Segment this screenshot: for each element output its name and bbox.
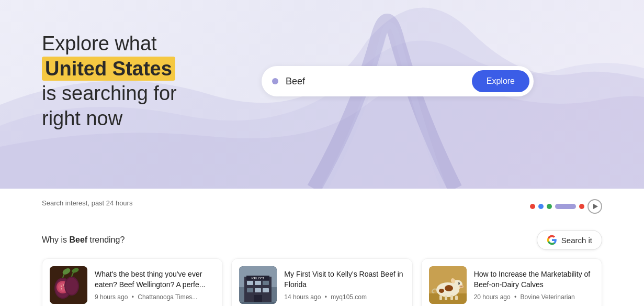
search-input[interactable]: [286, 76, 472, 87]
google-g-icon: [547, 235, 557, 245]
svg-rect-35: [455, 296, 458, 300]
search-it-label: Search it: [561, 236, 592, 245]
cow-illustration: [429, 266, 467, 304]
hero-content: Explore what United States is searching …: [0, 0, 644, 131]
dot-blue: [538, 204, 544, 209]
graph-row: [530, 199, 602, 214]
card-1-info: What's the best thing you've ever eaten?…: [95, 269, 215, 300]
headline-line3: right now: [42, 107, 122, 129]
headline-line2: is searching for: [42, 82, 177, 104]
svg-point-30: [445, 285, 453, 291]
card-2-title: My First Visit to Kelly's Roast Beef in …: [284, 269, 404, 290]
card-2-thumb: KELLY'S: [239, 266, 277, 304]
card-3-meta: 20 hours ago • Bovine Veterinarian: [474, 293, 594, 301]
fig-illustration: [50, 266, 87, 304]
card-3-source: Bovine Veterinarian: [521, 293, 575, 301]
search-container: Explore: [262, 66, 602, 96]
search-it-button[interactable]: Search it: [537, 230, 602, 250]
interest-label: Search interest, past 24 hours: [42, 199, 602, 207]
svg-rect-32: [439, 295, 442, 300]
svg-rect-25: [239, 302, 277, 304]
headline-highlight: United States: [42, 57, 175, 81]
card-3-info: How to Increase the Marketability of Bee…: [474, 269, 594, 300]
cards-row: What's the best thing you've ever eaten?…: [42, 258, 602, 306]
headline-text: Explore what United States is searching …: [42, 31, 220, 131]
card-1: What's the best thing you've ever eaten?…: [42, 258, 223, 306]
trending-header: Why is Beef trending? Search it: [42, 230, 602, 250]
dot-green: [547, 204, 552, 209]
dots-row: [530, 204, 584, 209]
svg-rect-20: [255, 288, 261, 292]
headline-line1: Explore what: [42, 32, 157, 54]
why-label: Why is: [42, 235, 69, 244]
svg-point-41: [461, 286, 462, 287]
trending-keyword: Beef: [69, 235, 87, 244]
svg-point-40: [460, 286, 461, 287]
dot-red: [530, 204, 535, 209]
trending-title: Why is Beef trending?: [42, 235, 125, 245]
svg-rect-16: [247, 281, 253, 285]
bottom-section: Search interest, past 24 hours Why is Be…: [0, 189, 644, 306]
play-icon: [593, 204, 598, 209]
card-3-time: 20 hours ago: [474, 293, 511, 301]
svg-rect-34: [450, 295, 453, 300]
svg-point-10: [65, 278, 78, 294]
svg-rect-18: [263, 281, 269, 285]
card-3-title: How to Increase the Marketability of Bee…: [474, 269, 594, 290]
search-dot-icon: [272, 78, 278, 84]
hero-section: Explore what United States is searching …: [0, 0, 644, 189]
card-2-dot: •: [325, 293, 327, 301]
svg-rect-19: [247, 288, 253, 292]
card-2: KELLY'S My First Visit to Kelly's Roast …: [231, 258, 412, 306]
card-1-source: Chattanooga Times...: [138, 293, 197, 301]
trending-suffix: trending?: [87, 235, 125, 244]
svg-point-31: [439, 289, 444, 293]
explore-button[interactable]: Explore: [472, 70, 529, 92]
card-3-dot: •: [514, 293, 516, 301]
card-2-info: My First Visit to Kelly's Roast Beef in …: [284, 269, 404, 300]
card-2-source: myq105.com: [331, 293, 367, 301]
card-3-thumb: [429, 266, 467, 304]
headline: Explore what United States is searching …: [42, 31, 220, 131]
card-1-thumb: [50, 266, 87, 304]
card-1-meta: 9 hours ago • Chattanooga Times...: [95, 293, 215, 301]
play-button[interactable]: [587, 199, 602, 214]
building-illustration: KELLY'S: [239, 266, 277, 304]
card-3: How to Increase the Marketability of Bee…: [421, 258, 602, 306]
card-1-title: What's the best thing you've ever eaten?…: [95, 269, 215, 290]
card-1-time: 9 hours ago: [95, 293, 128, 301]
dot-bar: [555, 204, 576, 209]
dot-red2: [579, 204, 584, 209]
svg-rect-17: [255, 281, 261, 285]
card-2-time: 14 hours ago: [284, 293, 321, 301]
search-box: Explore: [262, 66, 534, 96]
svg-rect-33: [445, 296, 447, 300]
svg-rect-21: [263, 288, 269, 292]
card-2-meta: 14 hours ago • myq105.com: [284, 293, 404, 301]
card-1-dot: •: [132, 293, 134, 301]
svg-point-38: [458, 283, 459, 284]
svg-text:KELLY'S: KELLY'S: [252, 277, 265, 280]
